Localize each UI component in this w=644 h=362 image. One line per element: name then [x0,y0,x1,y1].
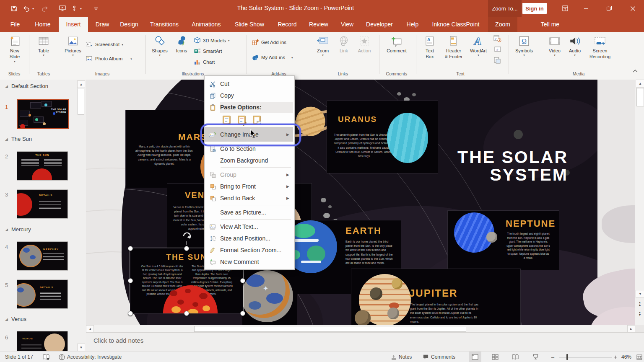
audio-button[interactable]: Audio▾ [566,34,584,57]
menu-item-send-to-back[interactable]: Send to Back ▶ [205,192,293,204]
notes-placeholder[interactable]: Click to add notes [93,337,143,344]
notes-pane[interactable]: Click to add notes [86,332,644,352]
tell-me-button[interactable]: Tell me [538,17,563,32]
restore-button[interactable] [600,0,619,17]
collapse-ribbon-icon[interactable] [632,69,638,73]
zoom-in-button[interactable]: + [614,352,617,362]
vscroll-thumb[interactable] [636,88,644,106]
get-addins-button[interactable]: Get Add-ins [252,39,286,46]
menu-item-zoom-background[interactable]: Zoom Background [205,155,293,166]
view-reading-button[interactable] [509,352,522,362]
tab-review[interactable]: Review [304,17,333,32]
tab-insert[interactable]: Insert [59,17,88,32]
header-footer-button[interactable]: Header & Footer [442,34,465,60]
minimize-button[interactable] [576,0,596,17]
object-icon[interactable] [493,56,501,65]
tab-help[interactable]: Help [402,17,423,32]
tab-developer[interactable]: Developer [361,17,397,32]
slide-thumbnail-1[interactable]: THE SOLAR SYSTEM [17,99,69,129]
spell-check-icon[interactable] [43,352,49,362]
selection-handle-top-mid[interactable] [184,246,189,251]
tab-file[interactable]: File [6,17,24,32]
pictures-button[interactable]: Pictures▾ [63,34,83,57]
tab-transitions[interactable]: Transitions [146,17,183,32]
3d-models-button[interactable]: 3D Models▾ [194,37,229,44]
tab-design[interactable]: Design [116,17,143,32]
tab-record[interactable]: Record [273,17,301,32]
screen-recording-button[interactable]: Screen Recording [586,34,614,60]
menu-item-cut[interactable]: Cut [205,78,293,90]
rotate-handle[interactable] [182,231,192,246]
accessibility-status[interactable]: Accessibility: Investigate [59,352,122,362]
tab-view[interactable]: View [336,17,358,32]
my-addins-button[interactable]: My Add-ins▾ [252,54,293,61]
menu-item-view-alt-text[interactable]: View Alt Text... [205,221,293,233]
view-slideshow-button[interactable] [529,352,542,362]
vscroll-down-button[interactable]: ▼ [636,290,644,298]
close-button[interactable] [623,0,642,17]
view-normal-button[interactable] [469,352,481,362]
slide-thumbnail-2[interactable]: THE SUN [17,151,68,181]
comment-button[interactable]: Comment [384,34,409,54]
slide-canvas[interactable]: THE SOLAR SYSTEM MARS Mars, a cold, dry,… [86,80,635,325]
icons-button[interactable]: Icons [173,34,190,54]
screenshot-button[interactable]: Screenshot▾ [86,41,123,48]
selection-handle-mid-right[interactable] [240,278,245,283]
section-header-venus[interactable]: ◢ Venus [5,316,26,322]
table-button[interactable]: Table▾ [34,34,53,57]
slide-thumbnail-5[interactable]: DETAILS [17,279,68,309]
panel-scroll-down-button[interactable]: ▼ [77,344,85,351]
ribbon-display-options-icon[interactable] [556,0,575,17]
selection-handle-bottom-right[interactable] [240,311,245,316]
selection-handle-bottom-mid[interactable] [184,311,189,316]
symbols-button[interactable]: Ω Symbols▾ [512,34,536,57]
tab-inknoe-classpoint[interactable]: Inknoe ClassPoint [427,17,485,32]
video-button[interactable]: Video▾ [546,34,564,57]
zoom-slider-thumb[interactable] [566,354,568,360]
menu-item-format-section-zoom[interactable]: Format Section Zoom... [205,244,293,256]
menu-item-group[interactable]: Group ▶ [205,169,293,181]
menu-item-bring-to-front[interactable]: Bring to Front ▶ [205,181,293,192]
wordart-button[interactable]: A WordArt▾ [467,34,490,57]
vscroll-up-button[interactable]: ▲ [636,80,644,88]
fit-to-window-button[interactable] [636,352,642,362]
link-button[interactable]: Link [335,34,352,54]
slide-title[interactable]: THE SOLAR SYSTEM [430,149,568,184]
selection-handle-top-left[interactable] [128,246,133,251]
tab-draw[interactable]: Draw [91,17,114,32]
menu-item-new-comment[interactable]: New Comment [205,256,293,268]
tab-home[interactable]: Home [30,17,55,32]
chart-button[interactable]: Chart [194,59,215,65]
menu-item-save-as-picture[interactable]: Save as Picture... [205,207,293,218]
tab-zoom-contextual[interactable]: Zoom [488,17,517,32]
date-time-icon[interactable] [493,34,501,43]
panel-scroll-up-button[interactable]: ▲ [77,80,85,88]
zoom-to-button[interactable]: Zoom To... [488,0,522,17]
tab-animations[interactable]: Animations [187,17,226,32]
previous-slide-button[interactable]: ▲▲ [636,299,644,308]
slide-thumbnail-3[interactable]: DETAILS [17,189,68,219]
selection-handle-bottom-left[interactable] [128,311,133,316]
zoom-button[interactable]: Zoom▾ [313,34,333,57]
notes-toggle-button[interactable]: Notes [391,352,412,362]
tab-slide-show[interactable]: Slide Show [230,17,269,32]
section-header-default[interactable]: ◢ Default Section [5,83,48,89]
photo-album-button[interactable]: Photo Album▾ [86,55,132,62]
slide-number-icon[interactable]: # [494,46,501,53]
next-slide-button[interactable]: ▼▼ [636,309,644,318]
uranus-zoom-card[interactable]: URANUS The seventh planet from the Sun i… [327,101,438,173]
menu-item-size-and-position[interactable]: Size and Position... [205,233,293,244]
slide-thumbnail-6[interactable]: VENUS [17,331,68,351]
new-slide-button[interactable]: New Slide▾ [5,34,24,63]
comments-toggle-button[interactable]: Comments [423,352,455,362]
zoom-out-button[interactable]: − [551,352,555,362]
panel-scrollbar-thumb[interactable] [78,88,84,115]
slide-thumbnail-4[interactable]: MERCURY [17,241,68,271]
section-header-mercury[interactable]: ◢ Mercury [5,226,31,233]
selection-handle-mid-left[interactable] [128,278,133,283]
neptune-zoom-card[interactable]: NEPTUNE The fourth largest and eighth pl… [447,210,559,270]
hscroll-thumb[interactable] [194,326,466,332]
jupiter-zoom-card[interactable]: JUPITER The largest planet in the solar … [351,269,521,325]
menu-item-copy[interactable]: Copy [205,90,293,101]
text-box-button[interactable]: A Text Box [420,34,439,60]
